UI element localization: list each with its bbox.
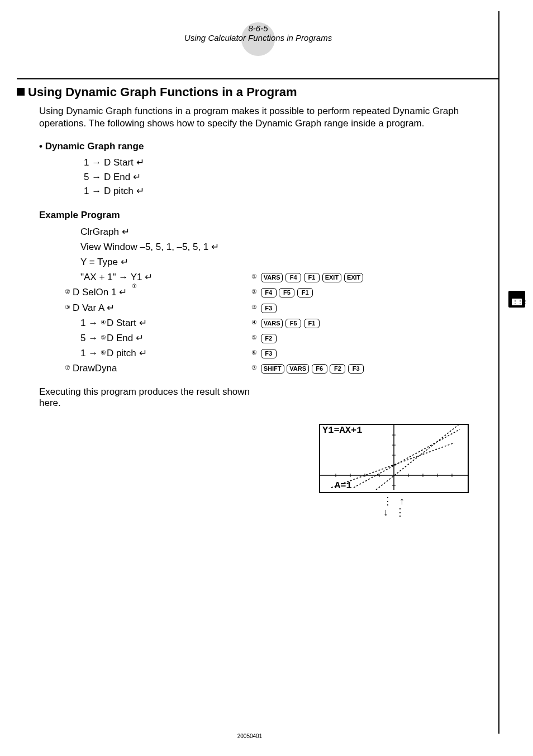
program-line: 1 → ⑥D pitch ↵ bbox=[73, 346, 240, 361]
range-code-block: 1 → D Start ↵ 5 → D End ↵ 1 → D pitch ↵ bbox=[84, 155, 499, 199]
program-line: ClrGraph ↵ bbox=[73, 224, 240, 239]
key-f3: F3 bbox=[261, 304, 277, 313]
key-sequence: ⑤ F2 bbox=[251, 330, 441, 346]
key-exit: EXIT bbox=[344, 273, 363, 282]
key-f5: F5 bbox=[285, 319, 301, 328]
key-sequence: ⑦ SHIFT VARS F6 F2 F3 bbox=[251, 361, 441, 376]
key-f1: F1 bbox=[297, 288, 313, 297]
range-heading: • Dynamic Graph range bbox=[39, 141, 499, 152]
page-header: 8-6-5 Using Calculator Functions in Prog… bbox=[17, 17, 499, 56]
page-right-border bbox=[498, 11, 499, 734]
program-line: ②D SelOn 1 ↵ bbox=[73, 285, 240, 300]
example-program-grid: ClrGraph ↵ View Window –5, 5, 1, –5, 5, … bbox=[73, 224, 499, 376]
range-line: 1 → D pitch ↵ bbox=[84, 184, 499, 199]
key-vars: VARS bbox=[261, 273, 283, 282]
program-line: ③D Var A ↵ bbox=[73, 300, 240, 315]
program-line: 1 → ④D Start ↵ bbox=[73, 315, 240, 330]
range-line: 1 → D Start ↵ bbox=[84, 155, 499, 170]
example-heading: Example Program bbox=[39, 210, 499, 221]
key-vars: VARS bbox=[287, 364, 309, 374]
footer-date: 20050401 bbox=[0, 733, 499, 739]
key-f5: F5 bbox=[279, 288, 294, 297]
calculator-screen: Y1=AX+1 A=1 ⋮ ↑↓ ⋮ bbox=[319, 424, 469, 519]
program-line: View Window –5, 5, 1, –5, 5, 1 ↵ bbox=[73, 239, 240, 254]
key-f1: F1 bbox=[304, 273, 320, 282]
key-f4: F4 bbox=[285, 273, 301, 282]
square-bullet-icon bbox=[17, 88, 25, 96]
key-f3: F3 bbox=[261, 349, 277, 358]
svg-line-17 bbox=[376, 425, 465, 490]
key-sequence: ① VARS F4 F1 EXIT EXIT bbox=[251, 270, 441, 285]
key-shift: SHIFT bbox=[261, 364, 284, 374]
section-number: 8-6-5 bbox=[17, 17, 499, 33]
key-sequence: ③ F3 bbox=[251, 300, 441, 315]
intro-paragraph: Using Dynamic Graph functions in a progr… bbox=[39, 105, 499, 130]
divider bbox=[17, 78, 499, 79]
program-line: Y = Type ↵ bbox=[73, 254, 240, 270]
result-caption: Executing this program produces the resu… bbox=[39, 386, 251, 409]
range-line: 5 → D End ↵ bbox=[84, 170, 499, 185]
section-heading-text: Using Dynamic Graph Functions in a Progr… bbox=[28, 85, 297, 99]
key-f1: F1 bbox=[304, 319, 320, 328]
key-f6: F6 bbox=[312, 364, 327, 374]
key-sequence: ② F4 F5 F1 bbox=[251, 285, 441, 300]
key-exit: EXIT bbox=[322, 273, 341, 282]
screen-expr: Y1=AX+1 bbox=[322, 425, 362, 436]
key-f4: F4 bbox=[261, 288, 277, 297]
key-sequence: ④ VARS F5 F1 bbox=[251, 315, 441, 330]
calculator-display: Y1=AX+1 A=1 bbox=[319, 424, 469, 493]
save-icon bbox=[508, 291, 525, 308]
dynamic-indicator: ⋮ ↑↓ ⋮ bbox=[319, 497, 469, 519]
key-sequence: ⑥ F3 bbox=[251, 346, 441, 361]
section-heading: Using Dynamic Graph Functions in a Progr… bbox=[17, 85, 499, 100]
key-f3: F3 bbox=[348, 364, 364, 374]
program-line: ⑦DrawDyna bbox=[73, 361, 240, 376]
program-line: 5 → ⑤D End ↵ bbox=[73, 330, 240, 346]
key-vars: VARS bbox=[261, 319, 283, 328]
svg-line-16 bbox=[354, 429, 460, 488]
screen-param: A=1 bbox=[335, 480, 352, 491]
section-subtitle: Using Calculator Functions in Programs bbox=[17, 33, 499, 42]
key-f2: F2 bbox=[330, 364, 345, 374]
key-f2: F2 bbox=[261, 334, 277, 343]
program-line: "AX + 1" → Y①1 ↵ bbox=[73, 270, 240, 285]
